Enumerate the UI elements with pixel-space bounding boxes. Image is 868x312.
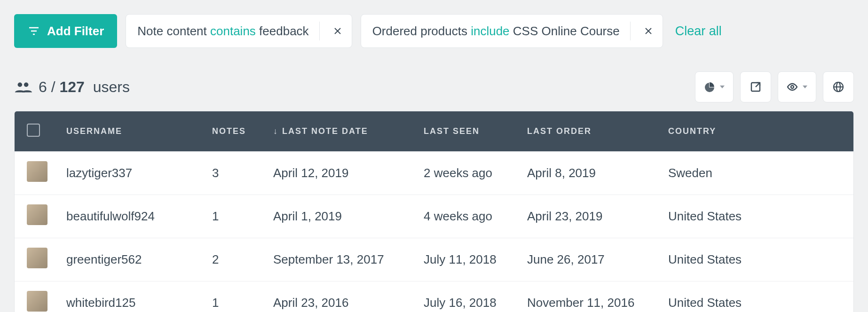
filter-toolbar: Add Filter Note content contains feedbac…: [0, 0, 868, 48]
cell-last-seen: July 11, 2018: [414, 238, 518, 281]
column-header-username[interactable]: USERNAME: [57, 111, 203, 152]
cell-notes: 3: [203, 152, 264, 195]
filter-icon: [27, 25, 40, 37]
filter-chip[interactable]: Ordered products include CSS Online Cour…: [361, 14, 663, 48]
entity-label: users: [93, 78, 130, 95]
cell-last-order: April 23, 2019: [518, 195, 659, 238]
export-button[interactable]: [740, 71, 771, 102]
users-icon: [14, 80, 32, 94]
remove-filter-button[interactable]: [639, 22, 658, 40]
cell-notes: 1: [203, 281, 264, 312]
pie-chart-icon: [704, 81, 715, 93]
filter-operator: include: [471, 24, 509, 39]
cell-country: United States: [659, 238, 853, 281]
svg-point-7: [18, 83, 23, 87]
cell-username: whitebird125: [57, 281, 203, 312]
filter-field: Ordered products: [372, 24, 467, 39]
add-filter-label: Add Filter: [47, 24, 104, 39]
cell-last-order: June 26, 2017: [518, 238, 659, 281]
column-header-country[interactable]: COUNTRY: [659, 111, 853, 152]
add-filter-button[interactable]: Add Filter: [14, 14, 117, 48]
result-count: 6 / 127 users: [14, 78, 130, 96]
divider: [630, 22, 631, 40]
action-buttons: [695, 71, 854, 102]
cell-last-seen: 4 weeks ago: [414, 195, 518, 238]
eye-icon: [787, 81, 798, 93]
cell-username: lazytiger337: [57, 152, 203, 195]
svg-point-11: [791, 86, 794, 88]
sort-desc-icon: ↓: [273, 126, 278, 136]
close-icon: [644, 27, 653, 35]
globe-icon: [833, 81, 844, 93]
filter-chip[interactable]: Note content contains feedback: [126, 14, 352, 48]
avatar: [27, 248, 47, 268]
cell-last-order: November 11, 2016: [518, 281, 659, 312]
cell-last-seen: July 16, 2018: [414, 281, 518, 312]
avatar: [27, 204, 47, 225]
filtered-count: 6: [39, 78, 47, 95]
avatar: [27, 291, 47, 312]
table-row[interactable]: whitebird1251April 23, 2016July 16, 2018…: [15, 281, 853, 312]
column-header-last-note-date[interactable]: ↓LAST NOTE DATE: [264, 111, 414, 152]
cell-last-note-date: April 23, 2016: [264, 281, 414, 312]
globe-button[interactable]: [823, 71, 854, 102]
avatar: [27, 161, 47, 182]
svg-point-8: [24, 83, 29, 87]
remove-filter-button[interactable]: [328, 22, 347, 40]
divider: [319, 22, 320, 40]
visibility-dropdown-button[interactable]: [778, 71, 816, 102]
table-row[interactable]: beautifulwolf9241April 1, 20194 weeks ag…: [15, 195, 853, 238]
cell-username: beautifulwolf924: [57, 195, 203, 238]
svg-line-10: [756, 83, 760, 87]
cell-country: United States: [659, 281, 853, 312]
cell-notes: 2: [203, 238, 264, 281]
cell-username: greentiger562: [57, 238, 203, 281]
cell-country: Sweden: [659, 152, 853, 195]
cell-last-note-date: April 12, 2019: [264, 152, 414, 195]
cell-last-order: April 8, 2019: [518, 152, 659, 195]
cell-last-seen: 2 weeks ago: [414, 152, 518, 195]
users-table: USERNAME NOTES ↓LAST NOTE DATE LAST SEEN…: [14, 111, 854, 312]
column-header-notes[interactable]: NOTES: [203, 111, 264, 152]
table-row[interactable]: lazytiger3373April 12, 20192 weeks agoAp…: [15, 152, 853, 195]
chart-dropdown-button[interactable]: [695, 71, 734, 102]
select-all-checkbox[interactable]: [27, 124, 40, 137]
export-icon: [750, 81, 761, 93]
cell-last-note-date: September 13, 2017: [264, 238, 414, 281]
total-count: 127: [59, 78, 84, 95]
table-header-row: USERNAME NOTES ↓LAST NOTE DATE LAST SEEN…: [15, 111, 853, 152]
cell-notes: 1: [203, 195, 264, 238]
cell-last-note-date: April 1, 2019: [264, 195, 414, 238]
filter-value: CSS Online Course: [513, 24, 620, 39]
column-header-last-order[interactable]: LAST ORDER: [518, 111, 659, 152]
filter-field: Note content: [137, 24, 206, 39]
filter-value: feedback: [259, 24, 309, 39]
cell-country: United States: [659, 195, 853, 238]
column-header-last-seen[interactable]: LAST SEEN: [414, 111, 518, 152]
clear-all-link[interactable]: Clear all: [675, 24, 722, 39]
close-icon: [333, 27, 342, 35]
chevron-down-icon: [720, 86, 725, 88]
chevron-down-icon: [803, 86, 807, 88]
filter-operator: contains: [210, 24, 256, 39]
table-row[interactable]: greentiger5622September 13, 2017July 11,…: [15, 238, 853, 281]
